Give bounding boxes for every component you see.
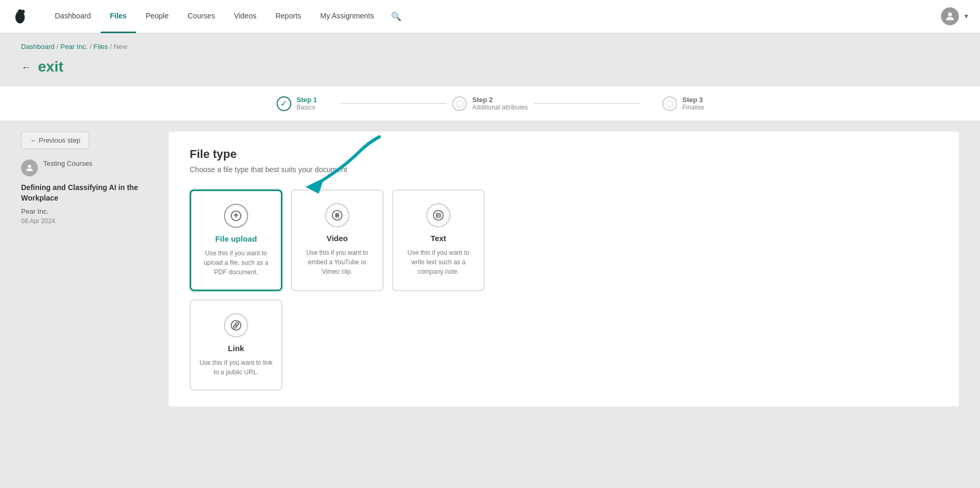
step-2-info: Step 2 Additional attributes [472,96,527,111]
search-icon[interactable]: 🔍 [389,9,404,24]
course-org: Pear Inc. [21,207,158,215]
navigation: Dashboard Files People Courses Videos Re… [0,0,980,33]
avatar [941,7,959,25]
exit-label[interactable]: exit [38,58,63,75]
step-3[interactable]: ◯ Step 3 Finalise [639,96,727,111]
step-1-icon: ✓ [277,96,291,111]
svg-rect-9 [436,213,440,217]
video-card[interactable]: Video Use this if you want to embed a Yo… [291,190,384,291]
main-content: Dashboard / Pear Inc. / Files / New ← ex… [0,33,980,488]
file-type-grid: File upload Use this if you want to uplo… [190,190,485,391]
text-name: Text [401,234,475,243]
nav-right: ▼ [941,7,969,25]
course-avatar [21,160,38,176]
back-arrow-icon[interactable]: ← [21,61,32,73]
step-divider-2 [534,103,639,104]
link-icon [224,313,248,337]
exit-header: ← exit [0,56,980,86]
file-type-subtitle: Choose a file type that best suits your … [190,165,938,174]
course-date: 08 Apr 2024 [21,217,158,225]
step-1-label: Step 1 [297,96,317,104]
step-divider-1 [341,103,446,104]
text-desc: Use this if you want to write text such … [401,248,475,276]
step-2[interactable]: ◯ Step 2 Additional attributes [446,96,534,111]
breadcrumb: Dashboard / Pear Inc. / Files / New [0,33,980,56]
logo[interactable] [11,7,30,26]
nav-files[interactable]: Files [101,0,136,33]
course-title: Defining and Classifying AI in the Workp… [21,183,158,203]
step-2-sublabel: Additional attributes [472,104,527,111]
video-desc: Use this if you want to embed a YouTube … [300,248,374,276]
file-upload-card[interactable]: File upload Use this if you want to uplo… [190,190,282,291]
svg-point-3 [948,13,952,16]
step-1-sublabel: Basics [297,104,317,111]
svg-point-10 [231,321,241,330]
content-area: ← Previous step Testing Courses Defining… [0,121,980,417]
step-1-info: Step 1 Basics [297,96,317,111]
upload-icon [224,204,248,228]
step-3-label: Step 3 [682,96,704,104]
course-card: Testing Courses [21,160,158,176]
file-type-title: File type [190,147,938,161]
breadcrumb-new: New [114,43,128,51]
prev-step-button[interactable]: ← Previous step [21,132,89,149]
link-name: Link [199,344,273,353]
nav-courses[interactable]: Courses [178,0,224,33]
step-2-label: Step 2 [472,96,527,104]
file-type-section: File upload Use this if you want to uplo… [190,190,485,391]
text-card[interactable]: Text Use this if you want to write text … [392,190,485,291]
nav-dashboard[interactable]: Dashboard [45,0,101,33]
right-panel: File type Choose a file type that best s… [169,132,959,406]
svg-point-4 [28,165,31,168]
svg-point-2 [21,9,25,13]
svg-point-8 [434,211,443,220]
video-name: Video [300,234,374,243]
step-3-info: Step 3 Finalise [682,96,704,111]
file-upload-name: File upload [200,234,272,243]
video-icon [325,203,349,227]
steps-bar: ✓ Step 1 Basics ◯ Step 2 Additional attr… [0,86,980,121]
breadcrumb-files[interactable]: Files [93,43,107,51]
breadcrumb-sep-3: / [110,43,113,51]
text-icon [426,203,450,227]
link-desc: Use this if you want to link to a public… [199,358,273,377]
nav-links: Dashboard Files People Courses Videos Re… [45,0,941,33]
step-1[interactable]: ✓ Step 1 Basics [253,96,341,111]
breadcrumb-dashboard[interactable]: Dashboard [21,43,55,51]
link-card[interactable]: Link Use this if you want to link to a p… [190,300,282,391]
step-3-sublabel: Finalise [682,104,704,111]
avatar-chevron[interactable]: ▼ [963,13,969,20]
nav-videos[interactable]: Videos [224,0,266,33]
nav-my-assignments[interactable]: My Assignments [311,0,384,33]
step-3-icon: ◯ [662,96,677,111]
nav-reports[interactable]: Reports [266,0,311,33]
left-panel: ← Previous step Testing Courses Defining… [21,132,158,406]
nav-people[interactable]: People [136,0,178,33]
file-upload-desc: Use this if you want to upload a file, s… [200,248,272,277]
breadcrumb-org[interactable]: Pear Inc. [60,43,87,51]
course-name: Testing Courses [43,160,92,167]
step-2-icon: ◯ [452,96,467,111]
